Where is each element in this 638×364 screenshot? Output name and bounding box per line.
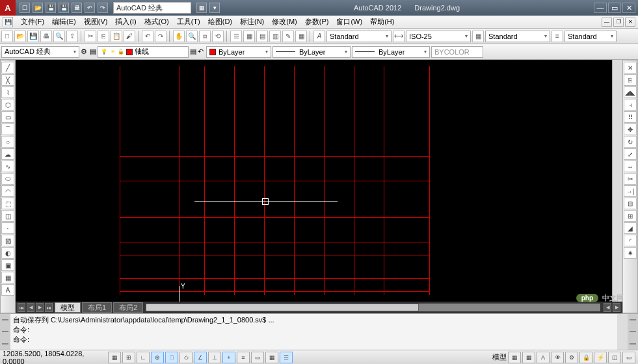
minimize-button[interactable]: — — [594, 3, 607, 13]
scroll-right[interactable]: ▶ — [613, 303, 620, 312]
save-icon[interactable]: 💾 — [46, 3, 56, 13]
menu-window[interactable]: 窗口(W) — [332, 17, 366, 27]
copy-icon[interactable]: ⎘ — [98, 31, 109, 42]
new-icon[interactable]: ☐ — [20, 3, 30, 13]
menu-file[interactable]: 文件(F) — [17, 17, 48, 27]
tab-last[interactable]: ⏭ — [45, 303, 53, 312]
preview-icon[interactable]: 🔍 — [53, 31, 65, 42]
dim-style-icon[interactable]: ⟷ — [393, 31, 405, 42]
point-tool[interactable]: · — [1, 222, 14, 234]
fillet-tool[interactable]: ◜ — [624, 235, 637, 246]
table-style-selector[interactable]: Standard — [485, 31, 550, 42]
command-text[interactable]: 自动保存到 C:\Users\Administrator\appdata\loc… — [10, 314, 617, 350]
menu-modify[interactable]: 修改(M) — [268, 17, 301, 27]
spline-tool[interactable]: ∿ — [1, 161, 14, 172]
3dosnap-toggle[interactable]: ◇ — [179, 352, 193, 363]
grid-icon[interactable]: ▦ — [196, 3, 207, 13]
ws-switch-icon[interactable]: ⚙ — [565, 352, 578, 363]
rotate-tool[interactable]: ↻ — [624, 136, 637, 148]
saveas-icon[interactable]: 💾 — [59, 3, 69, 13]
lock-ui-icon[interactable]: 🔒 — [579, 352, 592, 363]
hatch-tool[interactable]: ▨ — [1, 235, 14, 246]
menu-dim[interactable]: 标注(N) — [236, 17, 268, 27]
annoscale-icon[interactable]: A — [537, 352, 550, 363]
cmd-handle-right[interactable] — [628, 314, 638, 350]
layer-selector[interactable]: 💡 ☀ 🔓 轴线 — [98, 46, 189, 58]
menu-format[interactable]: 格式(O) — [140, 17, 173, 27]
tab-prev[interactable]: ◀ — [27, 303, 34, 312]
h-scroll-track[interactable] — [146, 304, 600, 311]
dim-style-selector[interactable]: ISO-25 — [406, 31, 471, 42]
osnap-toggle[interactable]: □ — [165, 352, 178, 363]
scale-tool[interactable]: ⤢ — [624, 148, 637, 160]
break-tool[interactable]: ⊟ — [624, 198, 637, 209]
mirror-tool[interactable]: ◢◣ — [624, 86, 637, 98]
menu-edit[interactable]: 编辑(E) — [48, 17, 80, 27]
match-icon[interactable]: 🖌 — [124, 31, 135, 42]
join-tool[interactable]: ⊞ — [624, 210, 637, 222]
qat-more-icon[interactable]: ▾ — [209, 3, 220, 13]
mdi-restore[interactable]: ❐ — [613, 18, 624, 27]
layer-props-icon[interactable]: ▤ — [90, 47, 96, 56]
circle-tool[interactable]: ○ — [1, 136, 14, 148]
polyline-tool[interactable]: ⌇ — [1, 86, 14, 98]
sheet-set-icon[interactable]: ▥ — [269, 31, 281, 42]
copy-tool[interactable]: ⎘ — [624, 74, 637, 86]
mtext-tool[interactable]: A — [1, 284, 14, 296]
menu-help[interactable]: 帮助(H) — [366, 17, 398, 27]
annovis-icon[interactable]: 👁 — [551, 352, 564, 363]
scroll-left[interactable]: ◀ — [604, 303, 611, 312]
arc-tool[interactable]: ⌒ — [1, 124, 14, 135]
ml-style-icon[interactable]: ≡ — [552, 31, 563, 42]
block-insert-tool[interactable]: ⬚ — [1, 198, 14, 209]
explode-tool[interactable]: ✷ — [624, 247, 637, 259]
mdi-close[interactable]: ✕ — [625, 18, 635, 27]
workspace-dd[interactable]: AutoCAD 经典 — [1, 46, 79, 58]
ducs-toggle[interactable]: ⊥ — [208, 352, 221, 363]
gradient-tool[interactable]: ◐ — [1, 247, 14, 259]
extend-tool[interactable]: →| — [624, 185, 637, 197]
redo-icon[interactable]: ↷ — [155, 31, 166, 42]
xline-tool[interactable]: ╳ — [1, 74, 14, 86]
clean-screen-icon[interactable]: ▭ — [622, 352, 635, 363]
otrack-toggle[interactable]: ∠ — [194, 352, 207, 363]
layer-state-icon[interactable]: ▤ — [190, 47, 196, 56]
chamfer-tool[interactable]: ◢ — [624, 222, 637, 234]
text-style-selector[interactable]: Standard — [326, 31, 392, 42]
print-icon[interactable]: 🖶 — [40, 31, 52, 42]
new-icon[interactable]: □ — [1, 31, 13, 42]
coordinates-display[interactable]: 12036.5200, 18054.0228, 0.0000 — [3, 350, 107, 365]
block-make-tool[interactable]: ◫ — [1, 210, 14, 222]
tab-layout2[interactable]: 布局2 — [113, 302, 143, 313]
move-tool[interactable]: ✥ — [624, 124, 637, 135]
ortho-toggle[interactable]: ∟ — [137, 352, 150, 363]
tab-layout1[interactable]: 布局1 — [82, 302, 112, 313]
open-icon[interactable]: 📂 — [14, 31, 26, 42]
linetype-selector[interactable]: ByLayer — [272, 46, 351, 58]
rectangle-tool[interactable]: ▭ — [1, 111, 14, 123]
region-tool[interactable]: ▣ — [1, 259, 14, 271]
offset-tool[interactable]: ⫞ — [624, 99, 637, 110]
close-button[interactable]: ✕ — [622, 3, 635, 13]
hardware-accel-icon[interactable]: ⚡ — [594, 352, 607, 363]
menu-view[interactable]: 视图(V) — [80, 17, 112, 27]
revcloud-tool[interactable]: ☁ — [1, 148, 14, 160]
tpy-toggle[interactable]: ▭ — [251, 352, 264, 363]
tab-model[interactable]: 模型 — [55, 302, 81, 313]
h-scroll-thumb[interactable] — [146, 304, 418, 311]
sc-toggle[interactable]: ☰ — [280, 352, 293, 363]
text-style-icon[interactable]: A — [313, 31, 325, 42]
dyn-toggle[interactable]: + — [222, 352, 235, 363]
calc-icon[interactable]: ▦ — [295, 31, 307, 42]
polygon-tool[interactable]: ⬡ — [1, 99, 14, 110]
zoom-prev-icon[interactable]: ⟲ — [212, 31, 224, 42]
maximize-button[interactable]: ▭ — [608, 3, 621, 13]
lwt-toggle[interactable]: ≡ — [237, 352, 250, 363]
menu-param[interactable]: 参数(P) — [301, 17, 333, 27]
stretch-tool[interactable]: ↔ — [624, 161, 637, 172]
properties-icon[interactable]: ☰ — [230, 31, 242, 42]
ellipse-tool[interactable]: ⬭ — [1, 173, 14, 185]
menu-tools[interactable]: 工具(T) — [173, 17, 204, 27]
save-icon[interactable]: 💾 — [3, 17, 13, 27]
tab-next[interactable]: ▶ — [36, 303, 44, 312]
